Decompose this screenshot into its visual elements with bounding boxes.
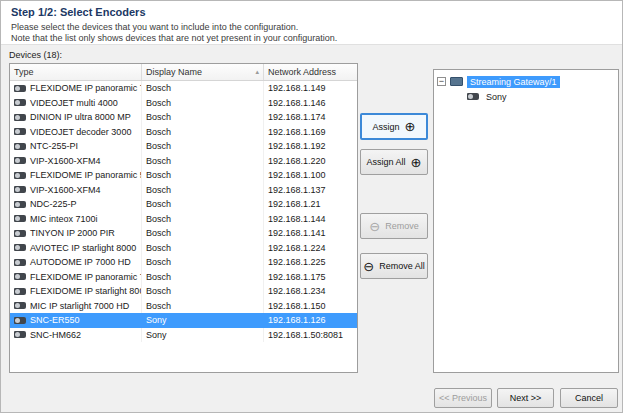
cell-type: NTC-255-PI	[10, 139, 142, 154]
assign-all-button[interactable]: Assign All ⊕	[360, 149, 428, 175]
tree-node-streaming-gateway[interactable]: Streaming Gateway/1	[467, 76, 560, 88]
camera-icon	[14, 114, 26, 121]
table-row[interactable]: NTC-255-PI Bosch 192.168.1.192	[10, 139, 357, 154]
cell-type-label: FLEXIDOME IP panoramic 500...	[30, 170, 142, 180]
cell-type: VIP-X1600-XFM4	[10, 183, 142, 198]
cell-type-label: AVIOTEC IP starlight 8000	[30, 243, 136, 253]
cell-type-label: MIC inteox 7100i	[30, 214, 98, 224]
cell-network-address: 192.168.1.192	[264, 139, 357, 154]
camera-icon	[14, 288, 26, 295]
cell-type: AUTODOME IP 7000 HD	[10, 255, 142, 270]
cell-display-name: Bosch	[142, 154, 264, 169]
camera-icon	[14, 201, 26, 208]
gateway-icon	[450, 77, 463, 86]
assign-button-label: Assign	[373, 122, 400, 132]
table-row[interactable]: MIC inteox 7100i Bosch 192.168.1.144	[10, 212, 357, 227]
cell-network-address: 192.168.1.126	[264, 313, 357, 328]
cell-display-name: Bosch	[142, 270, 264, 285]
cell-type: MIC IP starlight 7000 HD	[10, 299, 142, 314]
cell-network-address: 192.168.1.144	[264, 212, 357, 227]
cell-type-label: FLEXIDOME IP panoramic 700...	[30, 83, 142, 93]
column-header-type[interactable]: Type	[10, 64, 142, 80]
wizard-header: Step 1/2: Select Encoders Please select …	[1, 1, 623, 45]
next-button[interactable]: Next >>	[497, 388, 554, 408]
cell-type-label: VIP-X1600-XFM4	[30, 156, 101, 166]
camera-icon	[14, 331, 26, 338]
table-row[interactable]: VIP-X1600-XFM4 Bosch 192.168.1.137	[10, 183, 357, 198]
cell-type-label: VIDEOJET multi 4000	[30, 98, 118, 108]
table-row[interactable]: FLEXIDOME IP panoramic 500... Bosch 192.…	[10, 168, 357, 183]
cell-type: NDC-225-P	[10, 197, 142, 212]
cell-type-label: SNC-HM662	[30, 330, 81, 340]
table-row[interactable]: FLEXIDOME IP panoramic 700... Bosch 192.…	[10, 81, 357, 96]
cell-network-address: 192.168.1.146	[264, 96, 357, 111]
cell-type-label: TINYON IP 2000 PIR	[30, 228, 115, 238]
cell-type-label: DINION IP ultra 8000 MP	[30, 112, 131, 122]
table-row[interactable]: VIP-X1600-XFM4 Bosch 192.168.1.220	[10, 154, 357, 169]
cell-display-name: Bosch	[142, 284, 264, 299]
cell-type-label: VIP-X1600-XFM4	[30, 185, 101, 195]
cell-type: MIC inteox 7100i	[10, 212, 142, 227]
remove-button-label: Remove	[385, 221, 419, 231]
tree-collapse-icon[interactable]: −	[437, 77, 446, 86]
tree-node-sony[interactable]: Sony	[483, 91, 510, 103]
cell-network-address: 192.168.1.225	[264, 255, 357, 270]
tree-row-streaming-gateway: − Streaming Gateway/1	[437, 74, 615, 89]
cell-network-address: 192.168.1.141	[264, 226, 357, 241]
cancel-button[interactable]: Cancel	[560, 388, 618, 408]
cell-type-label: MIC IP starlight 7000 HD	[30, 301, 129, 311]
table-row[interactable]: FLEXIDOME IP panoramic 700... Bosch 192.…	[10, 270, 357, 285]
devices-table: Type Display Name ▴ Network Address FLEX…	[9, 63, 358, 373]
cell-display-name: Bosch	[142, 125, 264, 140]
cell-network-address: 192.168.1.150	[264, 299, 357, 314]
plus-circle-icon: ⊕	[405, 120, 416, 133]
page-title: Step 1/2: Select Encoders	[11, 6, 614, 18]
column-header-network-address[interactable]: Network Address	[264, 64, 357, 80]
cell-network-address: 192.168.1.100	[264, 168, 357, 183]
cell-display-name: Bosch	[142, 226, 264, 241]
cell-display-name: Bosch	[142, 183, 264, 198]
camera-icon	[14, 157, 26, 164]
cell-display-name: Bosch	[142, 96, 264, 111]
cell-type-label: VIDEOJET decoder 3000	[30, 127, 131, 137]
table-row[interactable]: TINYON IP 2000 PIR Bosch 192.168.1.141	[10, 226, 357, 241]
table-row[interactable]: NDC-225-P Bosch 192.168.1.21	[10, 197, 357, 212]
table-row[interactable]: DINION IP ultra 8000 MP Bosch 192.168.1.…	[10, 110, 357, 125]
table-body: FLEXIDOME IP panoramic 700... Bosch 192.…	[10, 81, 357, 372]
table-row[interactable]: FLEXIDOME IP starlight 8000i Bosch 192.1…	[10, 284, 357, 299]
cell-type-label: AUTODOME IP 7000 HD	[30, 257, 131, 267]
cell-network-address: 192.168.1.137	[264, 183, 357, 198]
cell-display-name: Bosch	[142, 241, 264, 256]
remove-all-button[interactable]: ⊖ Remove All	[360, 253, 428, 279]
camera-icon	[14, 172, 26, 179]
cell-network-address: 192.168.1.224	[264, 241, 357, 256]
plus-circle-all-icon: ⊕	[411, 156, 422, 169]
assign-button[interactable]: Assign ⊕	[360, 113, 428, 140]
camera-icon	[14, 244, 26, 251]
column-header-display-name[interactable]: Display Name ▴	[142, 64, 264, 80]
table-row[interactable]: AVIOTEC IP starlight 8000 Bosch 192.168.…	[10, 241, 357, 256]
table-row[interactable]: AUTODOME IP 7000 HD Bosch 192.168.1.225	[10, 255, 357, 270]
cell-type: FLEXIDOME IP starlight 8000i	[10, 284, 142, 299]
cell-network-address: 192.168.1.50:8081	[264, 328, 357, 343]
table-row[interactable]: VIDEOJET multi 4000 Bosch 192.168.1.146	[10, 96, 357, 111]
cell-display-name: Bosch	[142, 139, 264, 154]
table-row[interactable]: MIC IP starlight 7000 HD Bosch 192.168.1…	[10, 299, 357, 314]
camera-icon	[14, 186, 26, 193]
assign-all-button-label: Assign All	[367, 157, 406, 167]
cell-display-name: Sony	[142, 313, 264, 328]
minus-circle-all-icon: ⊖	[363, 260, 374, 273]
cell-type: SNC-ER550	[10, 313, 142, 328]
cell-type-label: SNC-ER550	[30, 315, 80, 325]
cell-type: TINYON IP 2000 PIR	[10, 226, 142, 241]
table-row[interactable]: SNC-ER550 Sony 192.168.1.126	[10, 313, 357, 328]
remove-all-button-label: Remove All	[379, 261, 425, 271]
cell-display-name: Bosch	[142, 212, 264, 227]
tree-row-sony: Sony	[437, 89, 615, 104]
cell-network-address: 192.168.1.174	[264, 110, 357, 125]
table-header-row: Type Display Name ▴ Network Address	[10, 64, 357, 81]
camera-icon	[14, 302, 26, 309]
table-row[interactable]: VIDEOJET decoder 3000 Bosch 192.168.1.16…	[10, 125, 357, 140]
cell-type: AVIOTEC IP starlight 8000	[10, 241, 142, 256]
table-row[interactable]: SNC-HM662 Sony 192.168.1.50:8081	[10, 328, 357, 343]
